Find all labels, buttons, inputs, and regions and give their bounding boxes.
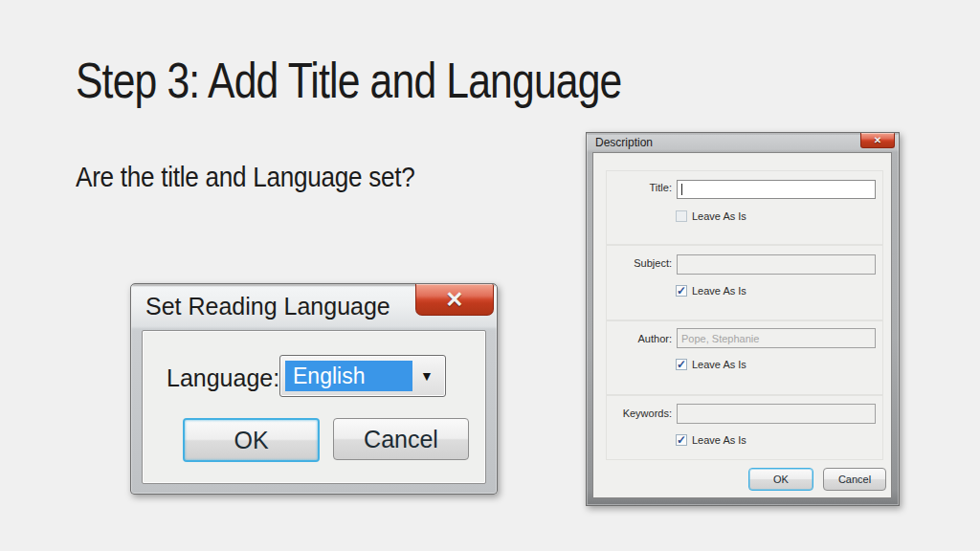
chevron-down-icon: ▼ — [412, 356, 441, 396]
description-dialog-close-button[interactable]: ✕ — [860, 133, 895, 148]
title-leave-as-is-row: Leave As Is — [676, 210, 746, 222]
language-cancel-button[interactable]: Cancel — [333, 418, 469, 460]
author-input[interactable]: Pope, Stephanie — [677, 328, 876, 348]
set-reading-language-dialog: Set Reading Language ✕ Language: English… — [130, 283, 498, 495]
subject-input[interactable] — [677, 254, 876, 275]
description-dialog-body: Title: Leave As Is Subject: Leave As Is … — [592, 152, 892, 498]
leave-as-is-label: Leave As Is — [692, 210, 746, 222]
combobox-selected-value: English — [285, 361, 412, 391]
slide: Step 3: Add Title and Language Are the t… — [0, 0, 980, 551]
question-text: Are the title and Language set? — [76, 163, 414, 193]
description-dialog-title[interactable]: Description — [595, 136, 653, 149]
language-dialog-title[interactable]: Set Reading Language — [145, 293, 390, 320]
keywords-leave-as-is-row: Leave As Is — [676, 434, 746, 446]
language-label: Language: — [167, 364, 279, 392]
description-ok-button[interactable]: OK — [748, 468, 813, 491]
title-leave-as-is-checkbox[interactable] — [676, 210, 687, 222]
author-leave-as-is-row: Leave As Is — [676, 359, 746, 370]
description-dialog: Description ✕ Title: Leave As Is Subject… — [586, 132, 900, 506]
description-cancel-button[interactable]: Cancel — [823, 468, 886, 491]
leave-as-is-label: Leave As Is — [692, 285, 746, 297]
title-field-label: Title: — [603, 182, 672, 193]
leave-as-is-label: Leave As Is — [692, 359, 746, 370]
subject-leave-as-is-row: Leave As Is — [676, 285, 746, 297]
author-value: Pope, Stephanie — [681, 333, 759, 344]
keywords-input[interactable] — [677, 404, 876, 424]
language-combobox[interactable]: English ▼ — [279, 355, 446, 397]
author-field-label: Author: — [603, 333, 672, 344]
keywords-leave-as-is-checkbox[interactable] — [676, 434, 687, 446]
language-dialog-close-button[interactable]: ✕ — [415, 284, 494, 316]
subject-leave-as-is-checkbox[interactable] — [676, 285, 687, 297]
keywords-field-label: Keywords: — [603, 408, 672, 419]
text-caret — [681, 184, 682, 195]
author-leave-as-is-checkbox[interactable] — [676, 359, 687, 370]
title-input[interactable] — [677, 180, 876, 199]
leave-as-is-label: Leave As Is — [692, 434, 746, 446]
close-icon: ✕ — [445, 289, 463, 311]
page-title: Step 3: Add Title and Language — [76, 54, 621, 108]
language-ok-button[interactable]: OK — [183, 418, 320, 462]
subject-field-label: Subject: — [603, 257, 672, 269]
close-icon: ✕ — [874, 136, 881, 145]
